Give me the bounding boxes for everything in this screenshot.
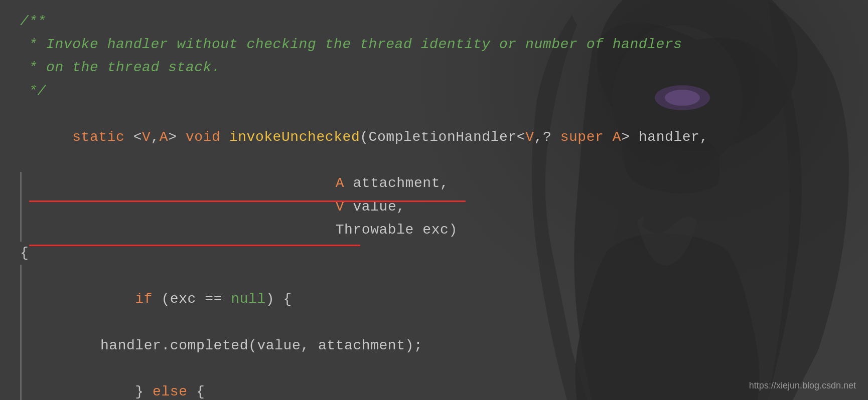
code-line-param1: A attachment, <box>31 172 868 195</box>
code-line-static: static <V,A> void invokeUnchecked(Comple… <box>20 103 868 172</box>
watermark: https://xiejun.blog.csdn.net <box>749 380 856 391</box>
code-line-comment2: * Invoke handler without checking the th… <box>20 33 868 56</box>
code-body: if (exc == null) { handler.completed(val… <box>20 265 868 400</box>
code-line-comment4: */ <box>20 80 868 103</box>
code-line-comment1: /** <box>20 10 868 33</box>
code-block: /** * Invoke handler without checking th… <box>20 10 868 400</box>
code-container: /** * Invoke handler without checking th… <box>0 0 868 400</box>
code-params: A attachment, V value, Throwable exc) <box>20 172 868 242</box>
code-line-param3: Throwable exc) <box>31 219 868 242</box>
code-line-completed: handler.completed(value, attachment); <box>31 334 868 357</box>
red-underline-failed <box>29 245 360 246</box>
code-line-comment3: * on the thread stack. <box>20 56 868 79</box>
code-line-else: } else { <box>31 357 868 400</box>
red-underline-completed <box>29 201 466 202</box>
code-line-if: if (exc == null) { <box>31 265 868 334</box>
code-line-param2: V value, <box>31 195 868 219</box>
